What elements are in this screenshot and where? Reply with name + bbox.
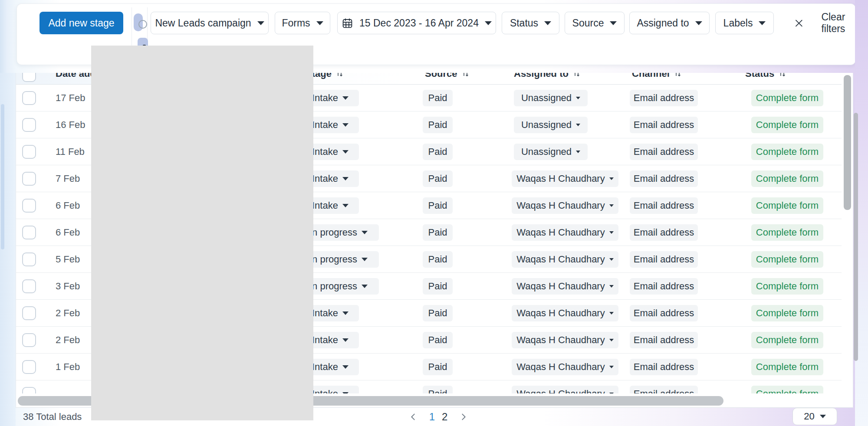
status-badge[interactable]: Complete form [751, 197, 823, 214]
chevron-down-icon [576, 97, 580, 99]
assigned-dropdown[interactable]: Waqas H Chaudhary [512, 197, 618, 214]
assigned-label: Waqas H Chaudhary [516, 308, 605, 319]
assigned-filter-dropdown[interactable]: Assigned to [629, 12, 710, 34]
labels-filter-label: Labels [723, 17, 753, 29]
stage-label: In progress [309, 281, 357, 292]
status-badge[interactable]: Complete form [751, 117, 823, 133]
cell-source: Paid [423, 386, 453, 393]
source-filter-dropdown[interactable]: Source [565, 12, 625, 34]
chevron-down-icon [695, 21, 702, 25]
assigned-dropdown[interactable]: Waqas H Chaudhary [512, 359, 618, 375]
chevron-down-icon [609, 393, 614, 393]
stage-dropdown[interactable]: In progress [303, 224, 379, 241]
chevron-down-icon [609, 177, 614, 180]
calendar-icon [342, 17, 353, 29]
left-panel-scrollbar[interactable] [1, 104, 4, 249]
assigned-label: Waqas H Chaudhary [516, 334, 605, 346]
stage-dropdown[interactable]: Intake [306, 170, 359, 187]
row-checkbox[interactable] [22, 360, 36, 374]
row-checkbox[interactable] [22, 172, 36, 186]
assigned-dropdown[interactable]: Waqas H Chaudhary [512, 332, 618, 348]
row-checkbox[interactable] [22, 306, 36, 320]
forms-filter-label: Forms [282, 17, 310, 29]
stage-dropdown[interactable]: Intake [306, 144, 359, 160]
row-checkbox[interactable] [22, 91, 36, 105]
cell-channel: Email address [630, 90, 698, 106]
status-badge[interactable]: Complete form [751, 359, 823, 375]
assigned-dropdown[interactable]: Waqas H Chaudhary [512, 251, 618, 268]
status-badge[interactable]: Complete form [751, 332, 823, 348]
campaign-filter-label: New Leads campaign [155, 17, 251, 29]
stage-dropdown[interactable]: Intake [306, 197, 359, 214]
assigned-dropdown[interactable]: Waqas H Chaudhary [512, 170, 618, 187]
status-filter-dropdown[interactable]: Status [502, 12, 559, 34]
assigned-dropdown[interactable]: Waqas H Chaudhary [512, 305, 618, 321]
assigned-dropdown[interactable]: Waqas H Chaudhary [512, 278, 618, 295]
date-range-dropdown[interactable]: 15 Dec 2023 - 16 Apr 2024 [337, 12, 496, 34]
cell-date-added: 11 Feb [56, 138, 85, 165]
page-number-2[interactable]: 2 [442, 411, 447, 423]
labels-filter-dropdown[interactable]: Labels [715, 12, 774, 34]
next-page-icon[interactable] [459, 412, 468, 422]
row-checkbox[interactable] [22, 387, 36, 393]
stage-dropdown[interactable]: Intake [306, 386, 359, 393]
cell-date-added: 6 Feb [56, 192, 80, 219]
status-badge[interactable]: Complete form [751, 144, 823, 160]
chevron-down-icon [342, 338, 349, 342]
row-checkbox[interactable] [22, 118, 36, 132]
status-badge[interactable]: Complete form [751, 386, 823, 393]
chevron-down-icon [316, 21, 323, 25]
chevron-down-icon [759, 21, 766, 25]
cell-source: Paid [423, 224, 453, 241]
status-badge[interactable]: Complete form [751, 251, 823, 268]
status-badge[interactable]: Complete form [751, 278, 823, 295]
row-checkbox[interactable] [22, 279, 36, 293]
chevron-down-icon [485, 21, 492, 25]
page-number-1[interactable]: 1 [429, 411, 435, 423]
assigned-dropdown[interactable]: Waqas H Chaudhary [512, 386, 618, 393]
cell-channel: Email address [630, 305, 698, 321]
status-badge[interactable]: Complete form [751, 90, 823, 106]
forms-filter-dropdown[interactable]: Forms [275, 12, 330, 34]
table-vertical-scrollbar[interactable] [844, 75, 851, 210]
assigned-label: Unassigned [521, 146, 572, 157]
stage-dropdown[interactable]: Intake [306, 90, 359, 106]
assigned-dropdown[interactable]: Unassigned [514, 90, 588, 106]
chevron-down-icon [342, 150, 349, 154]
status-badge[interactable]: Complete form [751, 305, 823, 321]
add-new-stage-button[interactable]: Add new stage [39, 12, 123, 34]
row-checkbox[interactable] [22, 199, 36, 213]
assigned-label: Waqas H Chaudhary [516, 388, 605, 393]
assigned-dropdown[interactable]: Unassigned [514, 144, 588, 160]
page-size-dropdown[interactable]: 20 [792, 408, 837, 425]
stage-dropdown[interactable]: In progress [303, 251, 379, 268]
status-badge[interactable]: Complete form [751, 224, 823, 241]
page-vertical-scrollbar[interactable] [854, 113, 858, 361]
stage-dropdown[interactable]: Intake [306, 117, 359, 133]
stage-dropdown[interactable]: Intake [306, 332, 359, 348]
chevron-down-icon [342, 204, 349, 207]
stage-dropdown[interactable]: Intake [306, 305, 359, 321]
assigned-dropdown[interactable]: Waqas H Chaudhary [512, 224, 618, 241]
row-checkbox[interactable] [22, 226, 36, 239]
chevron-down-icon [362, 258, 368, 261]
chevron-down-icon [362, 231, 368, 234]
clear-filters-button[interactable]: Clear filters [794, 12, 855, 34]
row-checkbox[interactable] [22, 145, 36, 159]
stage-dropdown[interactable]: In progress [303, 278, 379, 295]
cell-channel: Email address [630, 332, 698, 348]
cell-source: Paid [423, 332, 453, 348]
row-checkbox[interactable] [22, 333, 36, 347]
previous-page-icon[interactable] [408, 412, 418, 422]
cell-date-added: 2 Feb [56, 300, 80, 327]
stage-label: In progress [309, 254, 357, 265]
cell-date-added: 6 Feb [56, 219, 80, 246]
stage-dropdown[interactable]: Intake [306, 359, 359, 375]
row-checkbox[interactable] [22, 252, 36, 266]
cell-source: Paid [423, 197, 453, 214]
status-badge[interactable]: Complete form [751, 170, 823, 187]
page-numbers: 1 2 [429, 411, 448, 423]
campaign-filter-dropdown[interactable]: New Leads campaign [151, 12, 269, 34]
assigned-dropdown[interactable]: Unassigned [514, 117, 588, 133]
cell-channel: Email address [630, 278, 698, 295]
